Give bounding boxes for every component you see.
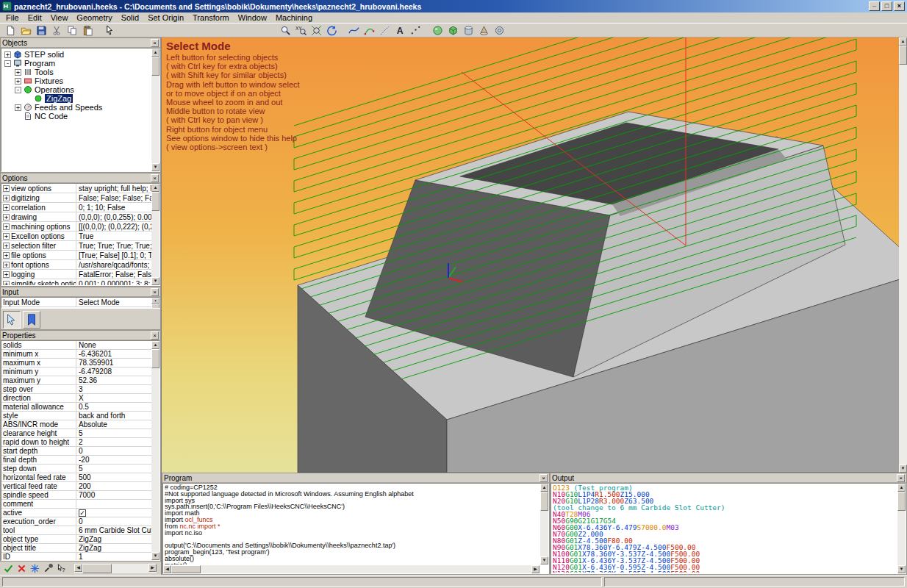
text-button[interactable]: A — [392, 24, 408, 37]
sphere-button[interactable] — [430, 24, 445, 37]
dashed-button[interactable] — [377, 24, 392, 37]
select-button[interactable] — [102, 24, 118, 37]
input-scrollbar[interactable] — [151, 298, 159, 308]
wrench-button[interactable] — [42, 563, 54, 574]
property-value[interactable]: -6.436201 — [76, 350, 151, 358]
points-button[interactable] — [408, 24, 423, 37]
scroll-track[interactable] — [899, 46, 907, 465]
row-digitizing[interactable]: +digitizingFalse; False; False; False; F… — [1, 193, 151, 203]
new-button[interactable] — [3, 24, 18, 37]
check-button[interactable] — [2, 563, 14, 574]
expand-icon[interactable]: + — [3, 243, 10, 249]
scroll-up-icon[interactable] — [151, 298, 159, 304]
paste-button[interactable] — [80, 24, 96, 37]
tree-item-nc-code[interactable]: NC Code — [3, 112, 151, 121]
row-id[interactable]: ID1 — [1, 553, 151, 560]
cube-button[interactable] — [445, 24, 461, 37]
menu-set-origin[interactable]: Set Origin — [143, 12, 188, 23]
scroll-thumb[interactable] — [151, 304, 159, 309]
scroll-up-icon[interactable] — [151, 49, 159, 57]
property-value[interactable]: X — [76, 394, 151, 402]
row-minimum-y[interactable]: minimum y-6.479208 — [1, 368, 151, 376]
row-correlation[interactable]: +correlation0; 1; 10; False — [1, 203, 151, 212]
save-button[interactable] — [34, 24, 49, 37]
cylinder-button[interactable] — [461, 24, 476, 37]
checkbox-checked[interactable] — [79, 509, 86, 517]
scroll-up-icon[interactable] — [897, 484, 906, 492]
expand-icon[interactable]: + — [3, 204, 10, 211]
row-start-depth[interactable]: start depth0 — [1, 447, 151, 456]
row-view-options[interactable]: +view optionsstay upright; full help; Fa… — [1, 184, 151, 193]
row-machining-options[interactable]: +machining options[[(0,0,0); (0,0,222); … — [1, 222, 151, 232]
scroll-left-icon[interactable] — [163, 565, 171, 573]
tree-item-feeds-and-speeds[interactable]: +Feeds and Speeds — [3, 103, 151, 112]
magnify-xy-button[interactable]: XY — [293, 24, 309, 37]
expand-icon[interactable]: + — [15, 69, 21, 76]
menu-transform[interactable]: Transform — [188, 12, 234, 23]
row-excellon-options[interactable]: +Excellon optionsTrue — [1, 232, 151, 241]
row-direction[interactable]: directionX — [1, 394, 151, 403]
property-value[interactable]: 5 — [76, 465, 151, 473]
row-active[interactable]: active — [1, 509, 151, 517]
menu-solid[interactable]: Solid — [117, 12, 143, 23]
row-tool[interactable]: tool6 mm Carbide Slot Cutter — [1, 526, 151, 535]
property-value[interactable]: FatalError; False; False — [76, 270, 151, 279]
close-button[interactable] — [894, 1, 905, 11]
properties-scrollbar[interactable] — [151, 341, 159, 560]
scroll-thumb[interactable] — [899, 46, 907, 65]
row-maximum-x[interactable]: maximum x78.359901 — [1, 359, 151, 368]
property-value[interactable]: stay upright; full help; False; Fa — [76, 184, 151, 193]
row-material-allowance[interactable]: material allowance0.5 — [1, 403, 151, 412]
close-icon[interactable] — [151, 331, 159, 340]
magnify-button[interactable] — [278, 24, 293, 37]
scroll-track[interactable] — [540, 492, 548, 556]
menu-window[interactable]: Window — [234, 12, 271, 23]
scroll-down-icon[interactable] — [151, 552, 159, 560]
scroll-track[interactable] — [171, 565, 531, 573]
scroll-thumb[interactable] — [171, 565, 201, 573]
row-simplify-sketch-options[interactable]: +simplify sketch options0.001; 0.000001;… — [1, 279, 151, 285]
row-rapid-down-to-height[interactable]: rapid down to height2 — [1, 438, 151, 447]
close-icon[interactable] — [897, 474, 905, 482]
cut-button[interactable] — [49, 24, 65, 37]
tree-item-program[interactable]: -Program — [3, 59, 151, 68]
gripper-button[interactable] — [23, 311, 40, 329]
options-scrollbar[interactable] — [151, 184, 159, 285]
expand-icon[interactable]: + — [3, 252, 10, 259]
property-value[interactable]: False; False; False; False; False — [76, 193, 151, 202]
scroll-track[interactable] — [151, 192, 159, 277]
property-value[interactable]: ZigZag — [76, 544, 151, 552]
property-value[interactable]: /usr/share/qcad/fonts; 100; 25 — [76, 260, 151, 269]
row-logging[interactable]: +loggingFatalError; False; False — [1, 270, 151, 279]
property-value[interactable]: -6.479208 — [76, 368, 151, 376]
expand-icon[interactable]: + — [15, 78, 21, 85]
property-value[interactable]: 78.359901 — [76, 359, 151, 367]
minimize-button[interactable] — [869, 1, 880, 11]
scroll-thumb[interactable] — [82, 564, 112, 573]
scroll-track[interactable] — [82, 564, 148, 573]
property-value[interactable] — [76, 509, 151, 517]
row-execution-order[interactable]: execution_order0 — [1, 517, 151, 526]
property-value[interactable]: 0.001; 0.000001; 3; 8; GeomA — [76, 279, 151, 285]
program-scrollbar-vertical[interactable] — [540, 484, 548, 564]
row-spindle-speed[interactable]: spindle speed7000 — [1, 491, 151, 500]
expand-icon[interactable]: + — [3, 214, 10, 220]
row-step-over[interactable]: step over3 — [1, 385, 151, 394]
property-value[interactable]: Select Mode — [76, 298, 151, 306]
cross-button[interactable] — [15, 563, 27, 574]
torus-button[interactable] — [492, 24, 507, 37]
expand-icon[interactable]: + — [3, 185, 10, 192]
property-value[interactable]: 0.5 — [76, 403, 151, 411]
row-clearance-height[interactable]: clearance height5 — [1, 429, 151, 438]
row-object-title[interactable]: object titleZigZag — [1, 544, 151, 553]
property-value[interactable]: (0,0,0); (0,0,255); 0.000001; (0 — [76, 212, 151, 221]
property-value[interactable]: 3 — [76, 385, 151, 393]
property-value[interactable] — [76, 500, 151, 508]
row-solids[interactable]: solidsNone — [1, 341, 151, 350]
menu-file[interactable]: File — [1, 12, 24, 23]
viewport-3d[interactable]: Select Mode Left button for selecting ob… — [162, 37, 907, 473]
property-value[interactable]: -20 — [76, 456, 151, 464]
scroll-thumb[interactable] — [151, 57, 159, 76]
property-value[interactable]: True — [76, 232, 151, 240]
scroll-right-icon[interactable] — [531, 565, 539, 573]
